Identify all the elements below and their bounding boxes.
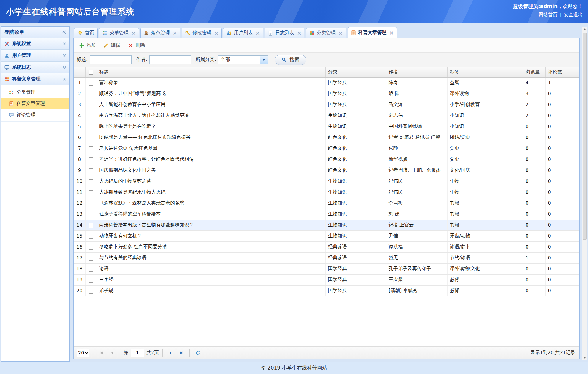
row-checkbox[interactable] (89, 245, 93, 250)
delete-button[interactable]: 删除 (125, 40, 148, 51)
title-filter-input[interactable] (90, 55, 132, 64)
prev-page-button[interactable] (108, 349, 116, 357)
row-checkbox[interactable] (89, 146, 93, 151)
tab-role-management[interactable]: 角色管理 × (140, 28, 180, 38)
row-checkbox[interactable] (89, 179, 93, 184)
tab-change-password[interactable]: 修改密码 × (182, 28, 222, 38)
next-page-button[interactable] (166, 349, 175, 357)
add-button[interactable]: 添加 (76, 40, 99, 51)
refresh-button[interactable] (193, 349, 202, 357)
edit-button[interactable]: 编辑 (101, 40, 123, 51)
table-row[interactable]: 10 大灭绝后的生物复苏之路 生物知识 冯伟民 生物 0 0 (74, 176, 579, 187)
row-checkbox[interactable] (89, 168, 93, 173)
column-header-author[interactable]: 作者 (386, 67, 447, 77)
row-checkbox[interactable] (89, 103, 93, 107)
scroll-down-arrow-icon[interactable] (582, 355, 587, 360)
table-row[interactable]: 16 冬吃萝卜好处多 红白不同要分清 经典谚语 谭洪福 谚语/萝卜 0 0 (74, 241, 579, 252)
row-checkbox[interactable] (89, 157, 93, 162)
row-checkbox[interactable] (89, 289, 93, 294)
table-row[interactable]: 4 南方气温高于北方，为什么却让人感觉更冷 生物知识 刘志伟 小知识 2 0 (74, 110, 579, 121)
table-row[interactable]: 14 两册科普绘本出版：古生物有哪些趣味知识？ 生物知识 记者 上官云 书籍 0… (74, 220, 579, 230)
chevron-down-icon[interactable] (260, 56, 268, 64)
tab-category-management[interactable]: 分类管理 × (306, 28, 346, 38)
tab-article-management[interactable]: 科普文章管理 × (348, 27, 397, 38)
cell-category: 国学经典 (325, 285, 386, 296)
page-number-input[interactable] (131, 349, 144, 357)
sidebar-subitem-comment-management[interactable]: 评论管理 (1, 109, 69, 120)
close-icon[interactable]: × (297, 30, 301, 36)
category-combobox[interactable]: 全部 (218, 55, 268, 64)
page-size-select[interactable]: 20 (77, 349, 89, 357)
close-icon[interactable]: × (131, 30, 136, 36)
close-icon[interactable]: × (255, 30, 260, 36)
row-number: 8 (74, 154, 85, 165)
row-checkbox[interactable] (89, 278, 93, 283)
sidebar-subitem-article-management[interactable]: 科普文章管理 (1, 98, 69, 109)
cell-author: 矫 阳 (386, 88, 447, 99)
sidebar-item-article-management[interactable]: 科普文章管理 (1, 73, 69, 85)
cell-views: 0 (523, 132, 545, 143)
table-row[interactable]: 1 曹冲称象 国学经典 陈寿 益智 4 1 (74, 77, 579, 88)
row-checkbox[interactable] (89, 136, 93, 140)
scrollbar-thumb[interactable] (583, 33, 587, 240)
table-row[interactable]: 15 动物牙齿有何玄机？ 生物知识 尹佳 牙齿/动物 0 0 (74, 230, 579, 241)
close-icon[interactable]: × (389, 30, 394, 36)
table-row[interactable]: 18 论语 国学经典 孔子弟子及再传弟子 课外读物/文化 0 0 (74, 263, 579, 274)
close-icon[interactable]: × (173, 30, 177, 36)
sidebar-item-system-log[interactable]: 系统日志 (1, 62, 69, 73)
vertical-scrollbar[interactable] (582, 27, 587, 360)
table-row[interactable]: 9 国庆假期品味文化中国之美 红色文化 记者周玮、王鹏、余俊杰 文化/国庆 0 … (74, 165, 579, 176)
row-checkbox[interactable] (89, 212, 93, 217)
table-row[interactable]: 17 与节约有关的经典谚语 经典谚语 暂无 节约/谚语 1 0 (74, 252, 579, 263)
author-filter-input[interactable] (149, 55, 191, 64)
category-icon (309, 30, 315, 36)
page-footer: © 2019.小学生在线科普网站 (0, 362, 588, 374)
close-icon[interactable]: × (214, 30, 218, 36)
column-header-views[interactable]: 浏览量 (523, 67, 545, 77)
table-row[interactable]: 7 老兵讲述党史 传承红色基因 红色文化 侯静 党史 0 0 (74, 143, 579, 154)
row-checkbox[interactable] (89, 92, 93, 96)
site-home-link[interactable]: 网站首页 (539, 12, 558, 17)
cell-title: 团结就是力量—— 红色北庄村实现绿色振兴 (97, 132, 325, 143)
row-checkbox[interactable] (89, 125, 93, 129)
logout-link[interactable]: 安全退出 (564, 12, 583, 17)
table-row[interactable]: 8 习近平：讲好红色故事，让红色基因代代相传 红色文化 新华视点 党史 0 0 (74, 154, 579, 165)
search-button[interactable]: 搜索 (275, 55, 306, 65)
tab-menu-management[interactable]: 菜单管理 × (99, 28, 139, 38)
cell-filler (571, 198, 579, 209)
row-checkbox[interactable] (89, 234, 93, 239)
last-page-button[interactable] (177, 349, 186, 357)
column-header-title[interactable]: 标题 (97, 67, 325, 77)
table-row[interactable]: 12 《森林沉默》：森林是人类最古老的乡愁 生物知识 李雪梅 书籍 0 0 (74, 198, 579, 209)
row-checkbox[interactable] (89, 190, 93, 195)
first-page-button[interactable] (97, 349, 106, 357)
tab-home[interactable]: 首页 (74, 28, 98, 38)
tab-user-list[interactable]: 用户列表 × (223, 28, 263, 38)
row-checkbox[interactable] (89, 81, 93, 86)
row-checkbox[interactable] (89, 114, 93, 118)
collapse-left-icon[interactable] (62, 30, 67, 35)
table-row[interactable]: 2 顾诵芬：让中国“雄鹰”振翅高飞 国学经典 矫 阳 课外读物 3 0 (74, 88, 579, 99)
table-row[interactable]: 5 晚上吃苹果等于是在吃毒？ 生物知识 中国科普网综编 小知识 0 0 (74, 121, 579, 132)
column-header-comments[interactable]: 评论数 (545, 67, 571, 77)
scroll-up-arrow-icon[interactable] (582, 27, 587, 32)
row-checkbox[interactable] (89, 256, 93, 261)
table-row[interactable]: 6 团结就是力量—— 红色北庄村实现绿色振兴 红色文化 记者 刘廉君 通讯员 闫… (74, 132, 579, 143)
tab-log-list[interactable]: 日志列表 × (265, 28, 304, 38)
table-row[interactable]: 13 让孩子看得懂的空军科普绘本 生物知识 刘 建 书籍 0 0 (74, 209, 579, 220)
row-checkbox[interactable] (89, 223, 93, 228)
table-row[interactable]: 3 人工智能科创教育在中小学应用 国学经典 马文涛 小学/科创教育 2 0 (74, 99, 579, 110)
column-header-tags[interactable]: 标签 (447, 67, 523, 77)
close-icon[interactable]: × (338, 30, 343, 36)
sidebar-subitem-category-management[interactable]: 分类管理 (1, 87, 69, 98)
cell-category: 红色文化 (325, 132, 386, 143)
table-row[interactable]: 11 大冰期导致奥陶纪末生物大灭绝 生物知识 冯伟民 生物 0 0 (74, 187, 579, 198)
row-checkbox[interactable] (89, 201, 93, 206)
select-all-checkbox[interactable] (89, 70, 93, 75)
sidebar-item-user-management[interactable]: 用户管理 (1, 50, 69, 62)
row-checkbox[interactable] (89, 267, 93, 272)
table-row[interactable]: 19 三字经 国学经典 王应麟 必背 0 0 (74, 274, 579, 285)
sidebar-item-system-settings[interactable]: 系统设置 (1, 38, 69, 50)
column-header-category[interactable]: 分类 (325, 67, 386, 77)
table-row[interactable]: 20 弟子规 国学经典 [清朝] 李毓秀 必背 0 0 (74, 285, 579, 296)
